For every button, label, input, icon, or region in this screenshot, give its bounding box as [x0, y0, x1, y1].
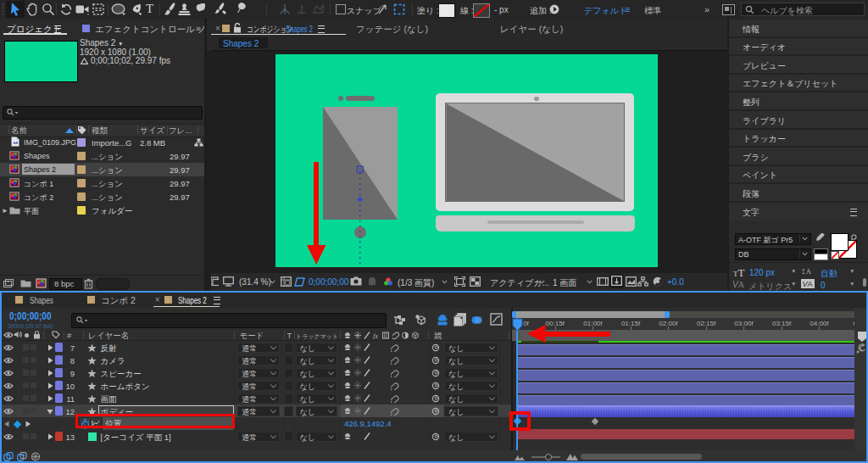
svg-text:fx: fx: [373, 332, 378, 339]
